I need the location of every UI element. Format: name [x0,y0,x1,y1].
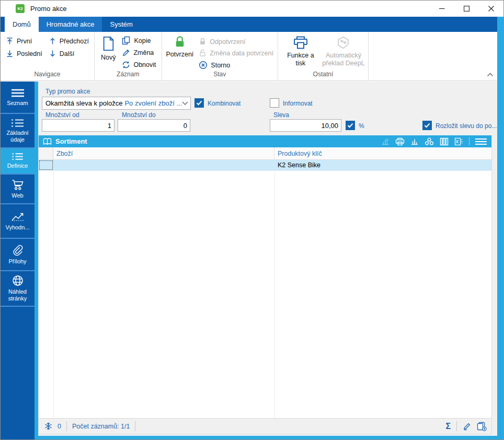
kombinovat-label: Kombinovat [208,100,240,107]
column-header-zbozi[interactable]: Zboží [53,147,274,159]
row-selector-cell[interactable] [39,160,53,170]
sidebar-item-vyhodnoceni[interactable]: Vyhodn... [1,204,35,239]
app-window: K2 Promo akce Domů Hromadné akce Systém [0,0,504,440]
mnozstvi-do-input[interactable] [118,119,190,132]
ribbon-collapse-button[interactable] [485,71,495,78]
zmena-data-potvrzeni-button: Změna data potvrzení [199,49,273,57]
cluster-icon[interactable] [425,137,434,146]
sidebar-item-prilohy[interactable]: Přílohy [1,239,35,271]
ribbon-group-ostatni: Funkce a tisk Automatický překlad DeepL … [278,32,369,80]
bar-chart-icon[interactable] [410,137,419,145]
tab-system[interactable]: Systém [102,17,140,32]
rozlozit-checkbox[interactable] [422,121,432,130]
tab-hromadne-akce[interactable]: Hromadné akce [39,17,102,32]
title-bar: K2 Promo akce [1,1,503,17]
tab-domu[interactable]: Domů [5,17,39,32]
storno-button[interactable]: Storno [199,61,273,70]
minimize-button[interactable] [430,1,454,17]
sidebar-item-web[interactable]: Web [1,175,35,204]
odpotvrzeni-button: Odpotvrzení [199,38,273,45]
predchozi-button[interactable]: Předchozí [49,37,89,45]
record-count: Počet záznamů: 1/1 [72,423,130,430]
prvni-button[interactable]: První [6,37,42,45]
sidebar-item-definice[interactable]: Definice [1,148,35,175]
close-button[interactable] [479,1,503,17]
group-label-navigace: Navigace [1,70,94,80]
zmena-button[interactable]: Změna [122,49,156,57]
dalsi-button[interactable]: Další [49,50,89,57]
sidebar-item-nahled-stranky[interactable]: Náhled stránky [1,271,35,307]
ribbon-group-navigace: První Poslední Předchozí Další [1,32,95,80]
globe-icon [12,275,24,286]
kombinovat-checkbox[interactable] [194,98,204,108]
excel-export-icon[interactable] [454,137,463,146]
copy-records-button[interactable] [476,422,487,431]
potvrzeni-button[interactable]: Potvrzení [166,33,194,70]
funkce-a-tisk-button[interactable]: Funkce a tisk [282,33,319,70]
columns-icon[interactable] [440,137,449,146]
close-icon [488,6,494,11]
sortiment-toolbar [381,137,491,146]
sleva-label: Sleva [273,111,289,119]
kopie-button[interactable]: Kopie [122,36,156,45]
percent-label: % [359,122,364,130]
group-label-zaznam: Záznam [95,70,162,80]
grid-menu-icon[interactable] [475,138,487,145]
menu-lines-icon [10,88,25,98]
grid-header-row: Zboží Produktový klíč [39,147,491,160]
window-title: Promo akce [30,5,66,13]
chart-favorite-icon [381,137,390,145]
table-row[interactable]: K2 Sense Bike [39,160,491,171]
informovat-checkbox[interactable] [270,98,279,108]
arrow-down-icon [49,50,56,57]
sidebar-item-seznam[interactable]: Seznam [1,82,35,114]
check-icon [196,100,202,106]
percent-checkbox[interactable] [346,121,355,130]
window-controls [430,1,503,17]
detail-list-icon [11,153,25,160]
new-document-icon [101,36,116,52]
print-grid-icon[interactable] [395,137,405,146]
mnozstvi-do-label: Množství do [122,111,156,119]
snowflake-icon [44,422,53,431]
arrow-up-icon [49,37,56,45]
typ-promo-akce-label: Typ promo akce [45,88,90,95]
check-icon [424,123,430,128]
mnozstvi-od-input[interactable] [42,119,114,132]
window-border-bottom [35,436,503,439]
grid-empty-area[interactable] [39,171,491,418]
cell-produktovy-klic[interactable]: K2 Sense Bike [274,160,491,170]
lock-open-gray-icon [199,49,207,57]
edit-pencil-button[interactable] [463,422,471,431]
ribbon-group-stav: Potvrzení Odpotvrzení Změna data potvrze… [162,32,278,80]
line-chart-icon [11,212,25,222]
select-value-secondary: Po zvolení zboží ... [124,99,182,107]
window-border-right [497,17,503,439]
group-label-ostatni: Ostatní [278,70,368,80]
select-value: Okamžitá sleva k položce [45,99,122,107]
book-icon [43,138,52,145]
obnovit-button[interactable]: Obnovit [122,61,156,69]
lock-green-icon [173,36,187,49]
column-header-produktovy-klic[interactable]: Produktový klíč [274,147,491,159]
sum-button[interactable]: Σ [445,422,451,431]
sleva-input[interactable] [270,119,341,132]
deepl-translate-button: Automatický překlad DeepL [322,33,365,70]
chevron-down-icon [182,101,188,105]
shopping-cart-icon [12,179,24,190]
sidebar-accent-strip [35,82,38,439]
sidebar-item-zakladni-udaje[interactable]: Základní údaje [1,114,35,148]
novy-button[interactable]: Nový [101,33,116,70]
paperclip-icon [13,245,23,256]
maximize-button[interactable] [454,1,479,17]
ribbon-group-zaznam: Nový Kopie Změna Obnovit [95,32,162,80]
copy-icon [122,36,131,45]
informovat-label: Informovat [283,100,313,107]
sortiment-title: Sortiment [55,137,87,145]
posledni-button[interactable]: Poslední [6,50,42,57]
typ-promo-akce-select[interactable]: Okamžitá sleva k položce Po zvolení zbož… [42,97,191,110]
cell-zbozi[interactable] [53,160,274,170]
sortiment-panel-header: Sortiment [39,135,491,147]
detail-list-icon [11,119,25,128]
cancel-circle-icon [199,61,208,70]
